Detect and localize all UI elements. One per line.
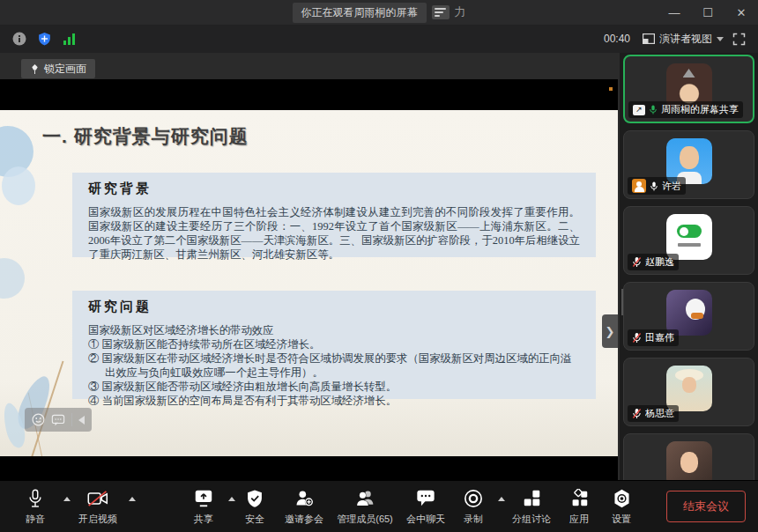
research-background-heading: 研究背景 xyxy=(88,181,580,197)
research-questions-heading: 研究问题 xyxy=(88,299,580,315)
video-options-caret[interactable] xyxy=(129,497,136,501)
shared-screen-region: 一. 研究背景与研究问题 研究背景 国家级新区的发展历程在中国特色社会主义经济体… xyxy=(0,79,618,480)
question-item: ② 国家级新区在带动区域经济增长时是否符合区域协调发展的要求（国家级新区对周边区… xyxy=(88,351,580,380)
participant-name: 田嘉伟 xyxy=(645,331,674,344)
tool-label: 静音 xyxy=(26,513,45,526)
participant-name: 杨思意 xyxy=(645,407,674,420)
research-background-body: 国家级新区的发展历程在中国特色社会主义经济体制建设从建立到完善的不同阶段发挥了重… xyxy=(88,205,580,262)
decor-blue-circle xyxy=(0,258,25,299)
participant-name: 许岩 xyxy=(662,180,681,193)
participant-tile-sharing[interactable]: ↗ 周雨桐的屏幕共享 xyxy=(623,55,754,123)
question-item: ④ 当前国家级新区的空间布局是否有利于其带动区域经济增长。 xyxy=(88,394,580,408)
question-item: ① 国家级新区能否持续带动所在区域经济增长。 xyxy=(88,337,580,351)
settings-button[interactable]: 设置 xyxy=(601,484,642,529)
tool-label: 邀请参会 xyxy=(285,513,323,526)
participant-name: 赵鹏逸 xyxy=(645,255,674,269)
invite-button[interactable]: 邀请参会 xyxy=(279,484,330,529)
toolbar-toggle-icon[interactable] xyxy=(432,5,450,19)
record-options-caret[interactable] xyxy=(498,497,505,501)
watermark-text: 力 xyxy=(455,4,466,20)
mic-on-icon xyxy=(650,181,658,192)
shield-check-icon xyxy=(246,489,264,508)
statusbar: 00:40 演讲者视图 xyxy=(0,25,758,53)
tool-label: 安全 xyxy=(245,513,264,526)
participants-sidebar: ↗ 周雨桐的屏幕共享 许岩 赵鹏逸 xyxy=(620,53,758,480)
avatar xyxy=(666,441,712,480)
participant-tile[interactable]: 杨思意 xyxy=(623,358,754,426)
research-questions-box: 研究问题 国家级新区对区域经济增长的带动效应 ① 国家级新区能否持续带动所在区域… xyxy=(72,291,596,399)
participant-name: 周雨桐的屏幕共享 xyxy=(661,103,739,116)
collapse-left-icon[interactable] xyxy=(78,416,85,425)
breakout-rooms-button[interactable]: 分组讨论 xyxy=(506,484,557,529)
apps-button[interactable]: 应用 xyxy=(559,484,599,529)
sidebar-collapse-button[interactable]: ❯ xyxy=(602,314,618,348)
member-badge-icon xyxy=(632,179,646,193)
reaction-bar xyxy=(25,408,92,432)
manage-members-button[interactable]: 管理成员(65) xyxy=(331,484,398,529)
research-background-box: 研究背景 国家级新区的发展历程在中国特色社会主义经济体制建设从建立到完善的不同阶… xyxy=(72,173,596,257)
shield-plus-icon[interactable] xyxy=(37,31,52,47)
chat-icon xyxy=(416,489,435,507)
screen-share-badge-icon: ↗ xyxy=(633,105,645,115)
titlebar: 你正在观看周雨桐的屏幕 力 — ☐ ✕ xyxy=(0,0,758,25)
mic-muted-icon xyxy=(632,408,642,419)
participant-tile[interactable]: 田嘉伟 xyxy=(623,282,754,351)
participant-name-tag: 杨思意 xyxy=(628,405,679,422)
lock-view-button[interactable]: 锁定画面 xyxy=(21,59,95,78)
people-icon xyxy=(354,489,375,508)
minimize-button[interactable]: — xyxy=(658,0,691,25)
start-video-button[interactable]: 开启视频 xyxy=(71,484,125,529)
presentation-slide: 一. 研究背景与研究问题 研究背景 国家级新区的发展历程在中国特色社会主义经济体… xyxy=(0,110,618,456)
view-mode-dropdown[interactable]: 演讲者视图 xyxy=(643,32,724,47)
settings-icon xyxy=(613,489,631,508)
participant-name-tag: ↗ 周雨桐的屏幕共享 xyxy=(628,101,743,118)
share-screen-button[interactable]: 共享 xyxy=(183,484,224,529)
meeting-timer: 00:40 xyxy=(604,33,630,45)
research-questions-intro: 国家级新区对区域经济增长的带动效应 xyxy=(88,323,580,337)
tool-label: 共享 xyxy=(194,513,213,526)
recording-dot xyxy=(609,87,613,91)
record-button[interactable]: 录制 xyxy=(453,484,494,529)
participant-tile[interactable]: 赵鹏逸 xyxy=(623,206,754,275)
research-questions-list: ① 国家级新区能否持续带动所在区域经济增长。 ② 国家级新区在带动区域经济增长时… xyxy=(88,337,580,408)
end-meeting-button[interactable]: 结束会议 xyxy=(666,491,746,522)
tool-label: 管理成员(65) xyxy=(337,513,393,526)
info-icon[interactable] xyxy=(12,32,26,46)
slide-title: 一. 研究背景与研究问题 xyxy=(42,124,249,149)
person-add-icon xyxy=(294,489,314,508)
tool-label: 开启视频 xyxy=(78,513,117,526)
close-button[interactable]: ✕ xyxy=(725,0,758,25)
mute-button[interactable]: 静音 xyxy=(12,484,58,529)
participant-tile-partial[interactable] xyxy=(623,433,754,480)
fullscreen-icon[interactable] xyxy=(732,33,746,46)
tool-label: 录制 xyxy=(464,513,483,526)
mic-options-caret[interactable] xyxy=(63,497,71,501)
watching-title: 你正在观看周雨桐的屏幕 xyxy=(293,3,427,23)
mic-on-icon xyxy=(649,104,658,115)
security-button[interactable]: 安全 xyxy=(234,484,275,529)
mic-muted-icon xyxy=(632,332,642,344)
camera-off-icon xyxy=(87,490,108,507)
emoji-icon[interactable] xyxy=(32,413,45,426)
lock-view-label: 锁定画面 xyxy=(44,62,86,77)
divider xyxy=(71,413,72,426)
apps-icon xyxy=(570,489,589,507)
question-item: ③ 国家级新区能否带动区域经济由粗放增长向高质量增长转型。 xyxy=(88,380,580,394)
decor-blue-circle xyxy=(2,166,35,205)
microphone-icon xyxy=(26,489,44,508)
chevron-down-icon xyxy=(717,37,724,41)
pin-icon xyxy=(30,63,40,75)
chat-bubble-icon[interactable] xyxy=(51,414,65,426)
maximize-button[interactable]: ☐ xyxy=(691,0,725,25)
chat-button[interactable]: 会中聊天 xyxy=(400,484,451,529)
tool-label: 分组讨论 xyxy=(512,513,551,526)
view-mode-label: 演讲者视图 xyxy=(659,32,712,47)
toggle-caption xyxy=(678,243,701,247)
participant-tile[interactable]: 许岩 xyxy=(623,130,754,199)
signal-icon[interactable] xyxy=(63,33,77,45)
participant-name-tag: 赵鹏逸 xyxy=(628,254,679,270)
record-icon xyxy=(464,489,483,508)
participant-name-tag: 田嘉伟 xyxy=(628,329,679,346)
tool-label: 设置 xyxy=(612,513,631,526)
toggle-graphic xyxy=(677,225,702,238)
